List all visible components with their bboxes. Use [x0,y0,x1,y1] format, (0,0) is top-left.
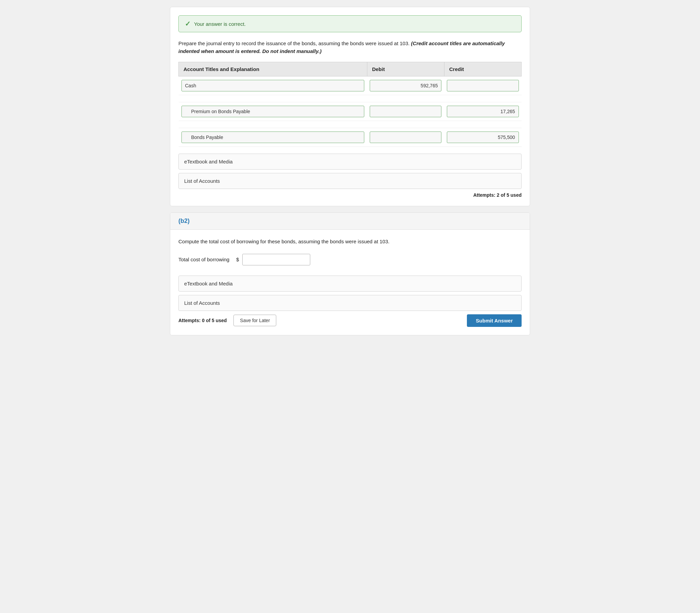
total-cost-label: Total cost of borrowing [178,257,233,262]
account-input-3[interactable] [181,131,365,143]
debit-input-3[interactable] [370,131,441,143]
list-of-accounts-link[interactable]: List of Accounts [178,173,522,189]
attempts-and-save: Attempts: 0 of 5 used Save for Later [178,315,276,326]
success-banner: ✓ Your answer is correct. [178,15,522,32]
total-cost-input[interactable] [242,254,310,265]
table-row [179,77,522,95]
success-message: Your answer is correct. [194,21,246,27]
total-cost-row: Total cost of borrowing $ [178,254,522,265]
part-b1-card: ✓ Your answer is correct. Prepare the jo… [170,7,530,206]
b2-section-label: (b2) [178,218,190,224]
b2-instructions: Compute the total cost of borrowing for … [178,238,522,246]
credit-cell-3 [444,128,521,147]
b2-list-of-accounts-link[interactable]: List of Accounts [178,295,522,311]
table-header: Account Titles and Explanation Debit Cre… [179,62,522,77]
credit-cell-2 [444,102,521,121]
instructions-main: Prepare the journal entry to record the … [178,40,410,46]
save-for-later-button[interactable]: Save for Later [233,315,276,326]
account-cell-2 [179,102,367,121]
col-header-account: Account Titles and Explanation [179,62,367,77]
attempts-label: Attempts: 2 of 5 used [178,192,522,198]
credit-input-1[interactable] [447,80,519,91]
credit-input-2[interactable] [447,106,519,117]
bottom-bar: Attempts: 0 of 5 used Save for Later Sub… [178,314,522,327]
b2-attempts-label: Attempts: 0 of 5 used [178,318,226,323]
col-header-debit: Debit [367,62,444,77]
instructions-text: Prepare the journal entry to record the … [178,40,522,55]
credit-input-3[interactable] [447,131,519,143]
debit-cell-3 [367,128,444,147]
debit-cell-2 [367,102,444,121]
debit-cell-1 [367,77,444,95]
table-row [179,128,522,147]
debit-input-2[interactable] [370,106,441,117]
submit-button[interactable]: Submit Answer [467,314,522,327]
check-icon: ✓ [185,20,191,28]
account-cell-1 [179,77,367,95]
b2-etextbook-link[interactable]: eTextbook and Media [178,276,522,291]
account-cell-3 [179,128,367,147]
credit-cell-1 [444,77,521,95]
debit-input-1[interactable] [370,80,441,91]
account-input-1[interactable] [181,80,365,91]
col-header-credit: Credit [444,62,521,77]
journal-table: Account Titles and Explanation Debit Cre… [178,62,522,147]
table-row [179,102,522,121]
dollar-sign: $ [236,257,239,262]
etextbook-link[interactable]: eTextbook and Media [178,154,522,170]
b2-body: Compute the total cost of borrowing for … [170,230,530,335]
b2-header: (b2) [170,213,530,230]
part-b2-card: (b2) Compute the total cost of borrowing… [170,212,530,335]
account-input-2[interactable] [181,106,365,117]
